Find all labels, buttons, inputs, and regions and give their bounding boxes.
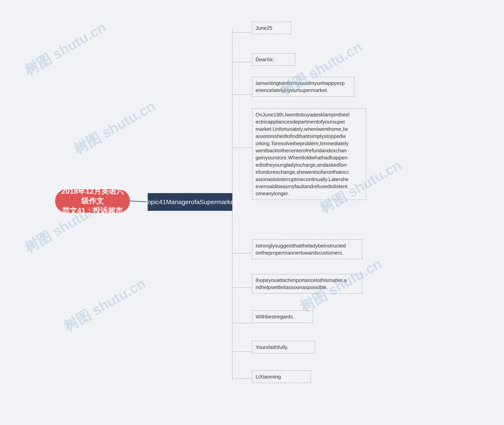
- dashed-box-lixiaoming: LiXiaoming: [252, 370, 311, 383]
- dashed-box-withbest: Withbestregards.: [252, 310, 313, 323]
- box1-text: June25: [256, 25, 272, 31]
- branch-node-label: Topic41ManagerofaSupermarket: [144, 199, 236, 206]
- dashed-box-yoursfaithfully: Yoursfaithfully,: [252, 341, 315, 353]
- box9-text: LiXiaoming: [256, 374, 281, 380]
- watermark-4: 树图 shutu.cn: [60, 274, 149, 336]
- dashed-box-ihopeyou: Ihopeyouattachimportancetothismatter,and…: [252, 274, 362, 294]
- box7-text: Withbestregards.: [256, 314, 294, 319]
- box2-text: DearSir,: [256, 57, 274, 62]
- dashed-box-iamwriting: Iamwritingtoinformyouofmyunhappyexperien…: [252, 77, 354, 97]
- box3-text: Iamwritingtoinformyouofmyunhappyexperien…: [256, 80, 344, 93]
- box6-text: Ihopeyouattachimportancetothismatter,and…: [256, 277, 347, 290]
- watermark-2: 树图 shutu.cn: [70, 97, 159, 159]
- watermark-1: 树图 shutu.cn: [21, 18, 110, 80]
- box5-text: Istronglysuggestthattheladybeinstructedo…: [256, 243, 346, 256]
- dashed-box-dearsir: DearSir,: [252, 53, 295, 66]
- box4-text: OnJune19th,Iwenttobuyadesklampintheel ec…: [256, 112, 349, 196]
- box8-text: Yoursfaithfully,: [256, 344, 288, 350]
- central-node: 2018年12月英语六级作文范文41：投诉超市: [55, 189, 130, 213]
- dashed-box-june25: June25: [252, 22, 291, 34]
- dashed-box-onjune19th: OnJune19th,Iwenttobuyadesklampintheel ec…: [252, 108, 366, 200]
- dashed-box-istrongly: Istronglysuggestthattheladybeinstructedo…: [252, 239, 362, 259]
- branch-node: Topic41ManagerofaSupermarket: [148, 193, 232, 211]
- central-node-label: 2018年12月英语六级作文范文41：投诉超市: [60, 186, 125, 216]
